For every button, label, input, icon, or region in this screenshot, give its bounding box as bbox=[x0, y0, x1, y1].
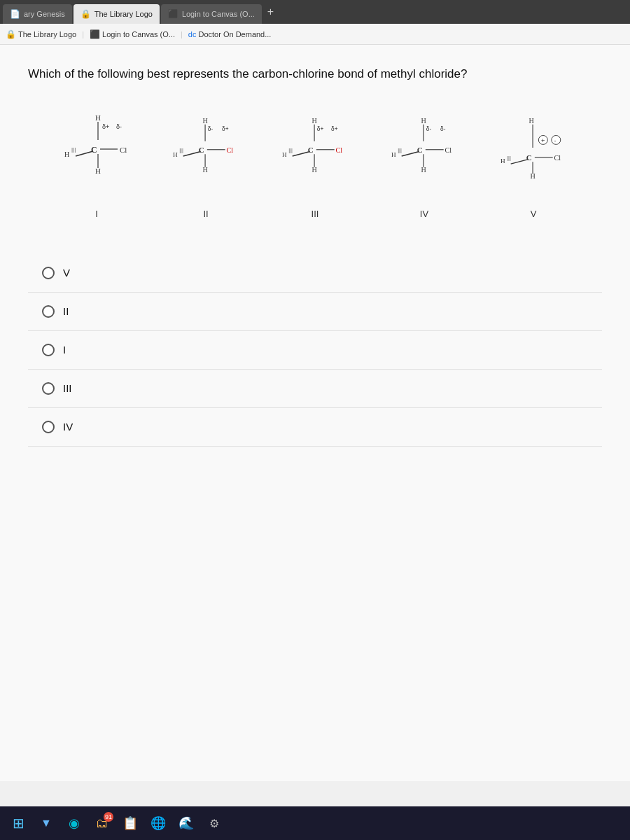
molecule-III-container: H δ+ δ+ C Cl H ||| H III bbox=[273, 111, 357, 219]
molecule-V-container: H + - C Cl H ||| H V bbox=[491, 111, 575, 219]
svg-line-23 bbox=[183, 151, 201, 155]
start-button[interactable]: ⊞ bbox=[6, 811, 31, 836]
tab-icon-canvas: ⬛ bbox=[168, 9, 178, 19]
radio-I[interactable] bbox=[42, 344, 55, 356]
bookmark-library[interactable]: 🔒 The Library Logo bbox=[6, 29, 76, 39]
svg-text:C: C bbox=[199, 146, 204, 154]
question-text: Which of the following best represents t… bbox=[28, 66, 602, 83]
svg-text:Cl: Cl bbox=[554, 154, 561, 162]
molecule-II-label: II bbox=[203, 209, 208, 219]
svg-text:H: H bbox=[173, 151, 178, 158]
radio-IV[interactable] bbox=[42, 421, 55, 433]
svg-text:H: H bbox=[312, 166, 317, 174]
tab-label-library: The Library Logo bbox=[94, 10, 153, 18]
svg-text:δ+: δ+ bbox=[317, 125, 324, 132]
new-tab-button[interactable]: + bbox=[263, 6, 278, 18]
svg-text:|||: ||| bbox=[288, 146, 293, 153]
svg-text:C: C bbox=[417, 146, 423, 154]
svg-text:H: H bbox=[64, 150, 69, 158]
molecule-I-svg: H δ+ δ- C Cl H ||| H bbox=[55, 111, 139, 202]
svg-line-47 bbox=[402, 151, 419, 155]
taskbar-chrome-icon[interactable]: 🌐 bbox=[146, 811, 171, 836]
bookmark-separator-2: | bbox=[181, 30, 183, 38]
taskbar-down-arrow[interactable]: ▼ bbox=[34, 811, 59, 836]
molecule-II-svg: H δ- δ+ C Cl H ||| H bbox=[164, 111, 248, 202]
bookmark-bar: 🔒 The Library Logo | ⬛ Login to Canvas (… bbox=[0, 24, 630, 45]
option-label-I: I bbox=[63, 344, 66, 356]
option-label-II: II bbox=[63, 305, 69, 317]
option-row-I[interactable]: I bbox=[28, 331, 602, 370]
svg-text:H: H bbox=[391, 151, 396, 158]
svg-line-35 bbox=[293, 151, 310, 155]
molecule-I-container: H δ+ δ- C Cl H ||| H I bbox=[55, 111, 139, 219]
option-label-IV: IV bbox=[63, 421, 73, 433]
svg-text:δ+: δ+ bbox=[102, 123, 109, 130]
option-row-V[interactable]: V bbox=[28, 254, 602, 293]
svg-text:δ+: δ+ bbox=[222, 125, 229, 132]
svg-text:H: H bbox=[282, 151, 287, 158]
svg-text:-: - bbox=[554, 136, 556, 144]
svg-text:δ-: δ- bbox=[116, 123, 122, 130]
molecule-IV-svg: H δ- δ- C Cl H ||| H bbox=[382, 111, 466, 202]
taskbar-msedge-icon[interactable]: 🌊 bbox=[174, 811, 199, 836]
svg-text:Cl: Cl bbox=[227, 146, 234, 154]
svg-text:H: H bbox=[421, 166, 426, 174]
tab-ary-genesis[interactable]: 📄 ary Genesis bbox=[3, 4, 72, 24]
tab-label-genesis: ary Genesis bbox=[24, 10, 65, 18]
svg-text:H: H bbox=[530, 172, 536, 180]
svg-text:H: H bbox=[95, 113, 101, 122]
bookmark-doctor-label: Doctor On Demand... bbox=[198, 30, 271, 38]
molecule-II-container: H δ- δ+ C Cl H ||| H II bbox=[164, 111, 248, 219]
taskbar-file-icon[interactable]: 🗂 91 bbox=[90, 811, 115, 836]
svg-text:δ+: δ+ bbox=[331, 125, 338, 132]
tab-bar: 📄 ary Genesis 🔒 The Library Logo ⬛ Login… bbox=[0, 0, 630, 24]
taskbar-badge-number: 91 bbox=[104, 812, 113, 822]
svg-text:H: H bbox=[202, 166, 208, 174]
radio-II[interactable] bbox=[42, 305, 55, 318]
svg-text:δ-: δ- bbox=[440, 125, 446, 132]
options-section: V II I III IV bbox=[28, 254, 602, 447]
svg-text:δ-: δ- bbox=[208, 125, 214, 132]
molecule-I-label: I bbox=[95, 209, 98, 219]
svg-text:|||: ||| bbox=[398, 146, 402, 153]
molecule-IV-label: IV bbox=[420, 209, 428, 219]
svg-text:H: H bbox=[529, 117, 535, 125]
bookmark-separator-1: | bbox=[82, 30, 84, 38]
content-area: Which of the following best represents t… bbox=[0, 45, 630, 781]
svg-text:H: H bbox=[312, 117, 317, 125]
bookmark-canvas[interactable]: ⬛ Login to Canvas (O... bbox=[90, 29, 175, 39]
svg-text:|||: ||| bbox=[179, 146, 183, 153]
molecule-III-svg: H δ+ δ+ C Cl H ||| H bbox=[273, 111, 357, 202]
tab-library-logo[interactable]: 🔒 The Library Logo bbox=[74, 4, 160, 24]
svg-text:H: H bbox=[202, 117, 208, 125]
svg-text:H: H bbox=[500, 158, 505, 164]
svg-text:|||: ||| bbox=[71, 146, 76, 153]
taskbar-settings-icon[interactable]: ⚙ bbox=[202, 811, 227, 836]
svg-text:C: C bbox=[91, 145, 97, 155]
bookmark-doctor-icon: dc bbox=[188, 30, 197, 38]
taskbar-edge-icon[interactable]: ◉ bbox=[62, 811, 87, 836]
svg-text:|||: ||| bbox=[507, 154, 511, 160]
molecule-V-label: V bbox=[531, 209, 537, 219]
molecule-IV-container: H δ- δ- C Cl H ||| H IV bbox=[382, 111, 466, 219]
taskbar: ⊞ ▼ ◉ 🗂 91 📋 🌐 🌊 ⚙ bbox=[0, 806, 630, 840]
option-label-V: V bbox=[63, 267, 70, 279]
bookmark-library-label: The Library Logo bbox=[18, 30, 76, 38]
taskbar-document-icon[interactable]: 📋 bbox=[118, 811, 143, 836]
svg-text:C: C bbox=[308, 146, 314, 154]
svg-text:H: H bbox=[421, 117, 426, 125]
option-row-III[interactable]: III bbox=[28, 370, 602, 408]
molecules-row: H δ+ δ- C Cl H ||| H I bbox=[28, 104, 602, 226]
option-row-IV[interactable]: IV bbox=[28, 408, 602, 447]
tab-icon-library: 🔒 bbox=[80, 9, 91, 19]
tab-canvas[interactable]: ⬛ Login to Canvas (O... bbox=[161, 4, 262, 24]
svg-text:+: + bbox=[541, 136, 545, 144]
bookmark-doctor[interactable]: dc Doctor On Demand... bbox=[188, 30, 272, 38]
bookmark-lock-icon: 🔒 bbox=[6, 29, 16, 39]
option-row-II[interactable]: II bbox=[28, 293, 602, 331]
radio-V[interactable] bbox=[42, 267, 55, 279]
tab-label-canvas: Login to Canvas (O... bbox=[182, 10, 255, 18]
svg-text:δ-: δ- bbox=[426, 125, 432, 132]
radio-III[interactable] bbox=[42, 382, 55, 395]
tab-icon-genesis: 📄 bbox=[10, 9, 20, 19]
